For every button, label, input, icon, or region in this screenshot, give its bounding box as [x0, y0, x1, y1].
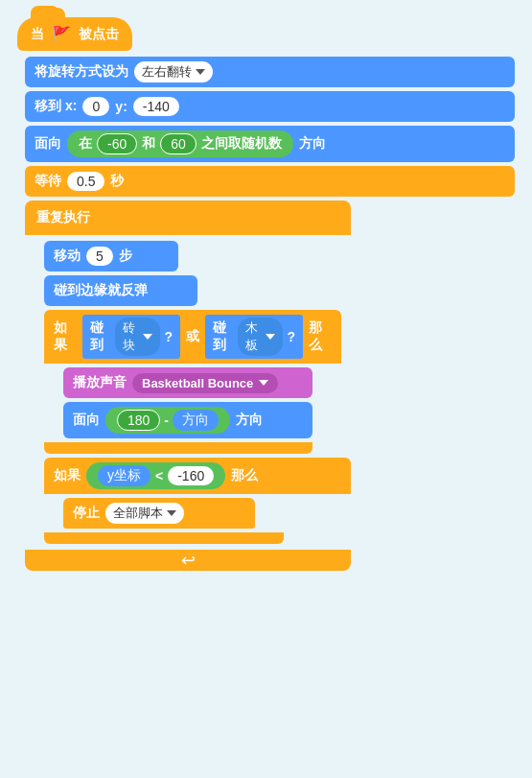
range-max[interactable]: 60 [160, 133, 197, 154]
move-label: 移动 [54, 248, 81, 265]
y-threshold[interactable]: -160 [168, 466, 214, 485]
y-condition[interactable]: y坐标 < -160 [86, 462, 225, 489]
y-coord-block[interactable]: y坐标 [98, 465, 150, 486]
stop-dropdown[interactable]: 全部脚本 [105, 503, 184, 524]
move-suffix: 步 [119, 248, 132, 265]
minus-op-block[interactable]: 180 - 方向 [105, 407, 230, 434]
board-dropdown-icon [266, 334, 275, 340]
if2-block[interactable]: 如果 y坐标 < -160 那么 停止 [44, 458, 351, 544]
dir2-val1[interactable]: 180 [117, 410, 160, 431]
wait-suffix: 秒 [110, 173, 124, 190]
wait-label: 等待 [35, 173, 61, 190]
if2-header: 如果 y坐标 < -160 那么 [44, 458, 351, 494]
bounce-label: 碰到边缘就反弹 [54, 282, 148, 299]
face-dir2-block[interactable]: 面向 180 - 方向 方向 [63, 402, 312, 438]
direction-block[interactable]: 方向 [173, 410, 219, 431]
dir2-suffix: 方向 [236, 412, 263, 429]
repeat-arrow-icon: ↩ [181, 550, 196, 571]
then1-label: 那么 [309, 319, 332, 354]
direction-suffix: 方向 [299, 135, 326, 153]
face-direction-block[interactable]: 面向 在 -60 和 60 之间取随机数 方向 [25, 126, 515, 162]
stop-block[interactable]: 停止 全部脚本 [63, 498, 255, 529]
then2-label: 那么 [231, 467, 258, 484]
face-direction-label: 面向 [35, 135, 61, 153]
if1-header: 如果 碰到 砖块 ? 或 碰到 木 [44, 310, 341, 364]
sound-dropdown[interactable]: Basketball Bounce [132, 373, 278, 393]
repeat-header: 重复执行 [25, 200, 351, 235]
scratch-blocks: 当 🚩 被点击 将旋转方式设为 左右翻转 移到 x: 0 y: -140 面向 … [0, 0, 532, 588]
wait-block[interactable]: 等待 0.5 秒 [25, 166, 515, 197]
move-value[interactable]: 5 [86, 247, 113, 266]
move-to-label: 移到 x: [35, 98, 77, 115]
repeat-footer: ↩ [25, 550, 351, 571]
set-rotation-label: 将旋转方式设为 [35, 63, 128, 81]
y-value[interactable]: -140 [133, 97, 179, 116]
flag-icon: 🚩 [52, 25, 71, 43]
stop-label: 停止 [73, 505, 100, 522]
sound-dropdown-icon [259, 380, 268, 386]
hat-label: 当 [31, 26, 44, 43]
rotation-dropdown[interactable]: 左右翻转 [134, 61, 213, 83]
if1-block[interactable]: 如果 碰到 砖块 ? 或 碰到 木 [44, 310, 341, 454]
move-to-block[interactable]: 移到 x: 0 y: -140 [25, 91, 515, 122]
if2-footer [44, 532, 284, 544]
repeat-label: 重复执行 [36, 209, 90, 226]
board-dropdown[interactable]: 木板 [238, 318, 283, 356]
if2-label: 如果 [54, 467, 81, 484]
dropdown-icon [143, 334, 152, 340]
dropdown-arrow-icon [196, 69, 205, 75]
condition1[interactable]: 碰到 砖块 ? [82, 315, 180, 359]
random-range-block[interactable]: 在 -60 和 60 之间取随机数 [67, 130, 293, 157]
if1-label: 如果 [54, 319, 77, 354]
if1-footer [44, 442, 312, 454]
repeat-inner: 移动 5 步 碰到边缘就反弹 如果 碰到 砖块 [44, 235, 351, 550]
set-rotation-block[interactable]: 将旋转方式设为 左右翻转 [25, 57, 515, 87]
face-dir2-label: 面向 [73, 412, 100, 429]
bounce-block[interactable]: 碰到边缘就反弹 [44, 275, 197, 306]
move-block[interactable]: 移动 5 步 [44, 241, 178, 271]
hat-block: 当 🚩 被点击 [17, 17, 132, 51]
hat-suffix: 被点击 [79, 26, 119, 43]
x-value[interactable]: 0 [82, 97, 109, 116]
range-min[interactable]: -60 [97, 133, 137, 154]
or-label: 或 [186, 328, 199, 345]
play-sound-block[interactable]: 播放声音 Basketball Bounce [63, 367, 312, 398]
block-dropdown[interactable]: 砖块 [115, 318, 160, 356]
condition2[interactable]: 碰到 木板 ? [205, 315, 303, 359]
if1-inner: 播放声音 Basketball Bounce 面向 180 - [63, 364, 341, 442]
y-label: y: [115, 99, 127, 114]
stop-dropdown-icon [167, 510, 176, 516]
play-sound-label: 播放声音 [73, 374, 127, 391]
repeat-block[interactable]: 重复执行 移动 5 步 碰到边缘就反弹 如果 碰到 [25, 200, 351, 571]
wait-value[interactable]: 0.5 [67, 172, 104, 191]
if2-inner: 停止 全部脚本 [63, 494, 351, 532]
